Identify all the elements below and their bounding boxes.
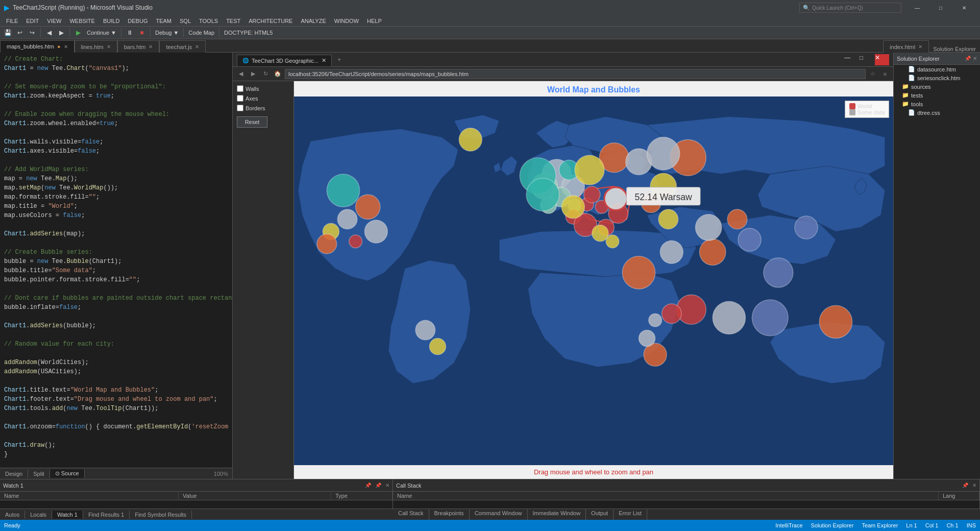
menu-test[interactable]: TEST — [222, 17, 244, 25]
status-right: IntelliTrace Solution Explorer Team Expl… — [775, 522, 976, 528]
se-item-sources[interactable]: 📁 sources — [894, 82, 980, 91]
debug-dropdown[interactable]: Debug ▼ — [153, 30, 181, 36]
menu-window[interactable]: WINDOW — [330, 17, 363, 25]
se-item-tests[interactable]: 📁 tests — [894, 91, 980, 100]
tb-stop[interactable]: ■ — [136, 27, 148, 38]
intellitrace[interactable]: IntelliTrace — [775, 522, 802, 528]
tab-index[interactable]: index.html ✕ — [883, 40, 929, 53]
doctype-dropdown[interactable]: DOCTYPE: HTML5 — [222, 30, 275, 36]
solution-explorer-label[interactable]: Solution Explorer — [929, 46, 980, 52]
reset-btn[interactable]: Reset — [237, 116, 267, 128]
menu-sql[interactable]: SQL — [176, 17, 195, 25]
menu-help[interactable]: HELP — [363, 17, 386, 25]
close-icon[interactable]: ✕ — [973, 56, 977, 61]
menu-team[interactable]: TEAM — [152, 17, 176, 25]
menu-build[interactable]: BUILD — [99, 17, 124, 25]
tab-find-results[interactable]: Find Results 1 — [83, 511, 130, 519]
cs-pin[interactable]: 📌 — [962, 482, 968, 488]
team-explorer-status[interactable]: Team Explorer — [862, 522, 898, 528]
menu-tools[interactable]: TOOLS — [195, 17, 222, 25]
tab-teechart[interactable]: teechart.js ✕ — [159, 40, 206, 53]
watch-pin-2[interactable]: 📌 — [375, 482, 381, 488]
check-borders[interactable]: Borders — [237, 105, 289, 111]
menu-architecture[interactable]: ARCHITECTURE — [244, 17, 297, 25]
minimize-btn[interactable]: — — [905, 0, 929, 15]
se-item-seriesonclick[interactable]: 📄 seriesonclick.htm — [894, 74, 980, 82]
tb-pause[interactable]: ⏸ — [124, 27, 135, 38]
tab-immediate-window[interactable]: Immediate Window — [528, 509, 586, 520]
menu-view[interactable]: VIEW — [43, 17, 65, 25]
bw-maximize[interactable]: □ — [860, 54, 874, 65]
se-item-datasource[interactable]: 📄 datasource.htm — [894, 65, 980, 74]
settings-btn[interactable]: ≡ — [880, 69, 890, 79]
tab-lines[interactable]: lines.htm ✕ — [75, 40, 117, 53]
tab-error-list[interactable]: Error List — [614, 509, 647, 520]
se-item-tools[interactable]: 📁 tools — [894, 100, 980, 108]
pin-icon[interactable]: 📌 — [965, 56, 971, 61]
browser-tab-main[interactable]: 🌐 TeeChart 3D Geographic... ✕ — [237, 55, 332, 67]
browser-tab-close[interactable]: ✕ — [322, 57, 326, 64]
tb-back[interactable]: ◀ — [43, 27, 55, 38]
tb-continue[interactable]: Continue ▼ — [85, 30, 118, 36]
star-btn[interactable]: ☆ — [868, 69, 878, 79]
folder-icon: 📁 — [902, 83, 909, 90]
watch-close[interactable]: ✕ — [385, 482, 389, 488]
file-icon: 📄 — [908, 109, 915, 116]
tab-close[interactable]: ✕ — [107, 44, 111, 50]
menu-debug[interactable]: DEBUG — [124, 17, 152, 25]
tab-close[interactable]: ✕ — [195, 44, 199, 50]
map-container[interactable]: 52.14 Warsaw — [294, 96, 893, 465]
tab-maps-bubbles[interactable]: maps_bubbles.htm ● ✕ — [0, 40, 75, 53]
watch-pin[interactable]: 📌 — [365, 482, 371, 488]
quick-launch-box[interactable]: 🔍 Quick Launch (Ctrl+Q) — [799, 3, 901, 13]
se-item-dtree[interactable]: 📄 dtree.css — [894, 108, 980, 117]
tab-close[interactable]: ✕ — [918, 44, 922, 50]
tab-locals[interactable]: Locals — [25, 511, 52, 519]
check-axes[interactable]: Axes — [237, 95, 289, 102]
check-walls[interactable]: Walls — [237, 85, 289, 92]
callstack-bottom-tabs: Call Stack Breakpoints Command Window Im… — [393, 509, 980, 520]
forward-btn[interactable]: ▶ — [248, 69, 258, 79]
home-btn[interactable]: 🏠 — [273, 69, 283, 79]
close-btn[interactable]: ✕ — [952, 0, 976, 15]
tab-bars[interactable]: bars.htm ✕ — [117, 40, 160, 53]
svg-point-36 — [752, 300, 788, 336]
tb-undo[interactable]: ↩ — [14, 27, 26, 38]
main-area: // Create Chart: Chart1 = new Tee.Chart(… — [0, 53, 980, 479]
tab-label: lines.htm — [81, 44, 104, 50]
menu-edit[interactable]: EDIT — [22, 17, 43, 25]
back-btn[interactable]: ◀ — [236, 69, 246, 79]
tab-design[interactable]: Design — [0, 470, 28, 478]
tb-save[interactable]: 💾 — [2, 27, 13, 38]
refresh-btn[interactable]: ↻ — [260, 69, 271, 79]
svg-point-55 — [415, 320, 435, 340]
tb-redo[interactable]: ↪ — [27, 27, 38, 38]
menu-website[interactable]: WEBSITE — [65, 17, 99, 25]
tab-close[interactable]: ✕ — [149, 44, 153, 50]
svg-point-30 — [606, 235, 619, 248]
bw-minimize[interactable]: — — [844, 54, 859, 65]
url-input[interactable] — [285, 69, 866, 79]
tab-close[interactable]: ✕ — [64, 44, 68, 50]
solution-explorer-status[interactable]: Solution Explorer — [811, 522, 854, 528]
tab-source[interactable]: ⊙ Source — [50, 469, 85, 478]
code-content[interactable]: // Create Chart: Chart1 = new Tee.Chart(… — [0, 53, 232, 468]
bw-close[interactable]: ✕ — [875, 54, 889, 65]
tb-run[interactable]: ▶ — [72, 27, 84, 38]
tab-callstack[interactable]: Call Stack — [393, 509, 429, 520]
tab-output[interactable]: Output — [586, 509, 614, 520]
tab-autos[interactable]: Autos — [0, 511, 25, 519]
tab-split[interactable]: Split — [28, 470, 50, 478]
new-tab-btn[interactable]: + — [334, 54, 345, 65]
tab-watch1[interactable]: Watch 1 — [52, 511, 83, 519]
menu-analyze[interactable]: ANALYZE — [297, 17, 330, 25]
tab-command-window[interactable]: Command Window — [470, 509, 528, 520]
menu-file[interactable]: FILE — [2, 17, 22, 25]
tab-bar: maps_bubbles.htm ● ✕ lines.htm ✕ bars.ht… — [0, 39, 980, 53]
tab-breakpoints[interactable]: Breakpoints — [429, 509, 470, 520]
tab-find-symbol[interactable]: Find Symbol Results — [130, 511, 192, 519]
maximize-btn[interactable]: □ — [929, 0, 952, 15]
cs-close[interactable]: ✕ — [972, 482, 976, 488]
tb-forward[interactable]: ▶ — [56, 27, 67, 38]
tb-codemap[interactable]: Code Map — [186, 30, 216, 36]
